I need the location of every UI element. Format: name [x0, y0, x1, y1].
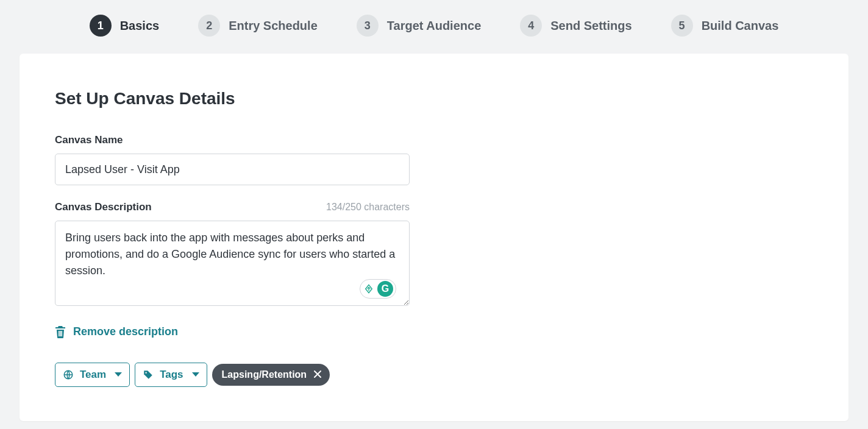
- team-dropdown[interactable]: Team: [55, 363, 130, 387]
- canvas-details-card: Set Up Canvas Details Canvas Name Canvas…: [20, 54, 848, 421]
- chevron-down-icon: [192, 372, 199, 377]
- step-number: 2: [198, 15, 220, 37]
- step-number: 1: [90, 15, 112, 37]
- svg-point-1: [146, 372, 147, 373]
- grammarly-widget[interactable]: G: [360, 279, 396, 299]
- step-number: 4: [520, 15, 542, 37]
- canvas-description-label: Canvas Description: [55, 201, 152, 213]
- step-build-canvas[interactable]: 5 Build Canvas: [671, 15, 779, 37]
- page-title: Set Up Canvas Details: [55, 89, 813, 108]
- character-counter: 134/250 characters: [326, 202, 410, 213]
- canvas-form: Canvas Name Canvas Description 134/250 c…: [55, 134, 410, 387]
- remove-description-button[interactable]: Remove description: [55, 325, 178, 338]
- step-label: Send Settings: [550, 19, 631, 33]
- close-icon: [314, 370, 321, 378]
- tags-dropdown-label: Tags: [160, 369, 183, 381]
- remove-tag-button[interactable]: [314, 370, 321, 380]
- step-label: Basics: [120, 19, 160, 33]
- tag-icon: [143, 369, 154, 380]
- applied-tag: Lapsing/Retention: [212, 364, 330, 386]
- step-number: 5: [671, 15, 693, 37]
- step-number: 3: [357, 15, 379, 37]
- canvas-name-input[interactable]: [55, 154, 410, 185]
- tag-chip-row: Team Tags Lapsing/Retention: [55, 363, 410, 387]
- step-label: Build Canvas: [702, 19, 779, 33]
- step-label: Entry Schedule: [229, 19, 318, 33]
- remove-description-label: Remove description: [73, 325, 178, 338]
- team-dropdown-label: Team: [80, 369, 106, 381]
- step-label: Target Audience: [387, 19, 481, 33]
- step-target-audience[interactable]: 3 Target Audience: [357, 15, 481, 37]
- trash-icon: [55, 326, 66, 338]
- applied-tag-label: Lapsing/Retention: [222, 369, 307, 380]
- step-send-settings[interactable]: 4 Send Settings: [520, 15, 631, 37]
- tags-dropdown[interactable]: Tags: [135, 363, 207, 387]
- grammarly-premium-icon: [363, 283, 375, 295]
- chevron-down-icon: [115, 372, 122, 377]
- step-entry-schedule[interactable]: 2 Entry Schedule: [198, 15, 318, 37]
- canvas-name-label: Canvas Name: [55, 134, 410, 146]
- canvas-description-textarea[interactable]: [55, 221, 410, 306]
- wizard-stepper: 1 Basics 2 Entry Schedule 3 Target Audie…: [0, 0, 868, 54]
- globe-icon: [63, 369, 74, 380]
- grammarly-icon: G: [377, 281, 393, 297]
- step-basics[interactable]: 1 Basics: [90, 15, 160, 37]
